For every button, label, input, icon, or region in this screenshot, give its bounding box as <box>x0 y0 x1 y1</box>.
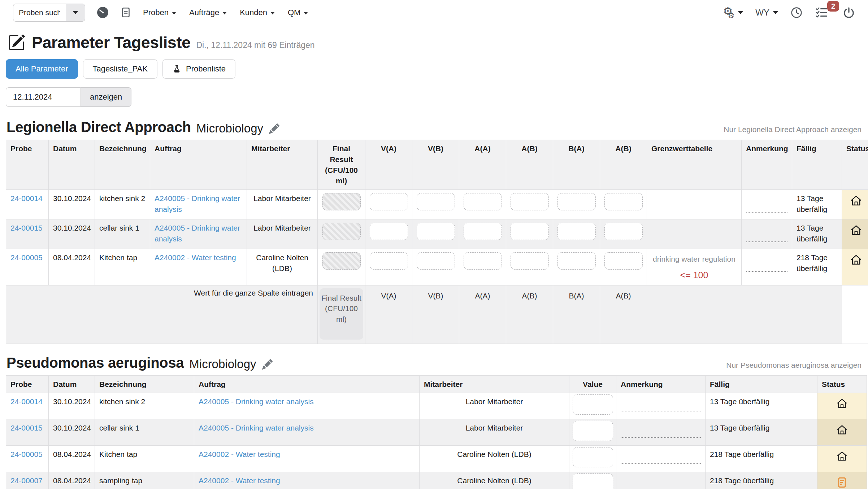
bulk-vb-label: V(B) <box>412 285 459 344</box>
filter-only-pseudomonas-link[interactable]: Nur Pseudomonas aeruginosa anzeigen <box>726 361 862 371</box>
filter-only-legionella-link[interactable]: Nur Legionella Direct Approach anzeigen <box>724 125 862 135</box>
vb-input[interactable] <box>417 193 455 210</box>
aa-input[interactable] <box>464 193 502 210</box>
col-datum: Datum <box>49 140 95 190</box>
tab-alle-parameter[interactable]: Alle Parameter <box>6 59 78 79</box>
tab-probenliste[interactable]: Probenliste <box>162 59 235 79</box>
anmerkung-field[interactable] <box>621 423 701 438</box>
home-icon[interactable] <box>822 424 862 436</box>
caret-down-icon <box>270 12 275 14</box>
logout-power-icon[interactable] <box>843 6 855 19</box>
home-icon[interactable] <box>846 253 866 266</box>
home-icon[interactable] <box>822 450 862 462</box>
edit-pencil-icon[interactable] <box>262 359 273 370</box>
auftrag-link[interactable]: A240005 - Drinking water analysis <box>155 194 240 213</box>
va-input[interactable] <box>370 252 408 270</box>
search-input[interactable] <box>13 4 66 22</box>
ab2-input[interactable] <box>604 252 643 270</box>
probe-link[interactable]: 24-00014 <box>10 397 43 406</box>
status-cell <box>842 249 868 285</box>
ab-input[interactable] <box>511 252 549 270</box>
faellig-cell: 218 Tage überfällig <box>706 472 817 489</box>
auftrag-link[interactable]: A240002 - Water testing <box>199 476 280 485</box>
mitarbeiter-cell: Caroline Nolten (LDB) <box>420 472 569 489</box>
probe-link[interactable]: 24-00015 <box>10 424 43 432</box>
probe-link[interactable]: 24-00014 <box>10 194 43 202</box>
anmerkung-cell <box>742 190 792 219</box>
auftrag-link[interactable]: A240005 - Drinking water analysis <box>199 424 314 432</box>
auftrag-link[interactable]: A240005 - Drinking water analysis <box>199 397 314 406</box>
search-dropdown-button[interactable] <box>66 4 85 22</box>
home-icon[interactable] <box>846 194 866 207</box>
journal-text-icon[interactable] <box>822 476 862 489</box>
probe-link[interactable]: 24-00005 <box>10 450 43 458</box>
date-filter: anzeigen <box>6 87 862 107</box>
anzeigen-button[interactable]: anzeigen <box>81 87 131 107</box>
tab-tagesliste-pak[interactable]: Tagesliste_PAK <box>83 59 157 79</box>
legionella-table: Probe Datum Bezeichnung Auftrag Mitarbei… <box>6 140 868 344</box>
anmerkung-field[interactable] <box>746 223 787 242</box>
value-input[interactable] <box>573 394 613 415</box>
vb-input[interactable] <box>417 223 455 240</box>
anmerkung-field[interactable] <box>621 475 701 489</box>
ab-input[interactable] <box>511 223 549 240</box>
menu-qm[interactable]: QM <box>281 8 314 17</box>
probe-link[interactable]: 24-00015 <box>10 224 43 232</box>
probe-link[interactable]: 24-00007 <box>10 476 43 485</box>
mitarbeiter-cell: Caroline Nolten (LDB) <box>420 446 569 472</box>
document-icon[interactable] <box>120 7 131 18</box>
anmerkung-cell <box>616 419 706 446</box>
vb-input[interactable] <box>417 252 455 270</box>
bulk-status-cell <box>842 285 868 344</box>
page-subtitle: Di., 12.11.2024 mit 69 Einträgen <box>196 40 314 50</box>
datum-cell: 08.04.2024 <box>49 472 95 489</box>
table-row: 24-00005 08.04.2024 Kitchen tap A240002 … <box>6 446 867 472</box>
probe-link[interactable]: 24-00005 <box>10 253 43 262</box>
ab-input[interactable] <box>511 193 549 210</box>
ba-input[interactable] <box>557 193 596 210</box>
auftrag-link[interactable]: A240002 - Water testing <box>199 450 280 458</box>
bezeichnung-cell: kitchen sink 2 <box>95 393 194 419</box>
tasks-list-button[interactable]: 2 <box>815 6 828 19</box>
ab2-input[interactable] <box>604 193 643 210</box>
caret-down-icon <box>222 12 227 14</box>
mitarbeiter-cell: Caroline Nolten (LDB) <box>247 249 318 285</box>
va-input[interactable] <box>370 223 408 240</box>
anmerkung-field[interactable] <box>621 449 701 464</box>
datum-cell: 30.10.2024 <box>49 190 95 219</box>
settings-menu[interactable]: ⚙⚙ <box>723 6 743 19</box>
history-clock-icon[interactable] <box>790 6 803 19</box>
anmerkung-field[interactable] <box>746 193 787 213</box>
pseudomonas-section-header: Pseudomonas aeruginosa Microbiology Nur … <box>6 355 862 371</box>
home-icon[interactable] <box>822 397 862 410</box>
aa-input[interactable] <box>464 223 502 240</box>
aa-input[interactable] <box>464 252 502 270</box>
dashboard-speedometer-icon[interactable] <box>96 6 109 19</box>
anmerkung-cell <box>616 446 706 472</box>
menu-proben[interactable]: Proben <box>136 8 183 17</box>
ba-input[interactable] <box>557 223 596 240</box>
gears-icon: ⚙⚙ <box>723 6 735 19</box>
va-input[interactable] <box>370 193 408 210</box>
value-input[interactable] <box>573 473 613 489</box>
edit-pencil-icon[interactable] <box>269 123 279 134</box>
date-input[interactable] <box>6 87 81 107</box>
status-cell <box>842 190 868 219</box>
user-menu[interactable]: WY <box>755 8 778 18</box>
value-input[interactable] <box>573 421 613 441</box>
mitarbeiter-cell: Labor Mitarbeiter <box>247 219 318 249</box>
ba-input[interactable] <box>557 252 596 270</box>
ab2-input[interactable] <box>604 223 643 240</box>
home-icon[interactable] <box>846 224 866 237</box>
status-cell <box>817 393 867 419</box>
anmerkung-field[interactable] <box>621 396 701 411</box>
auftrag-link[interactable]: A240005 - Drinking water analysis <box>155 224 240 243</box>
menu-auftraege[interactable]: Aufträge <box>183 8 233 17</box>
grenzwert-cell: drinking water regulation <= 100 <box>647 249 742 285</box>
anmerkung-field[interactable] <box>746 252 787 272</box>
value-input[interactable] <box>573 447 613 467</box>
auftrag-link[interactable]: A240002 - Water testing <box>155 253 236 262</box>
page-title: Parameter Tagesliste <box>32 33 190 52</box>
mitarbeiter-cell: Labor Mitarbeiter <box>420 393 569 419</box>
menu-kunden[interactable]: Kunden <box>233 8 281 17</box>
